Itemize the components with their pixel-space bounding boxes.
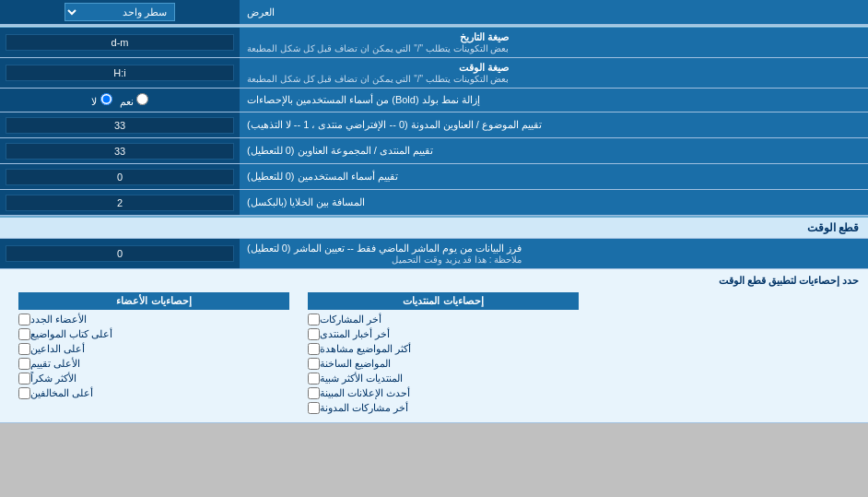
users-row: تقييم أسماء المستخدمين (0 للتعطيل) <box>0 164 868 190</box>
stats-grid: إحصاءيات المنتديات أخر المشاركات أخر أخب… <box>9 292 859 417</box>
stats-empty-col <box>588 292 859 417</box>
stats-item-6: أحدث الإعلانات المبينة <box>308 387 579 399</box>
forum-label-text: تقييم المنتدى / المجموعة العناوين (0 للت… <box>247 145 433 157</box>
stats-member-check-6[interactable] <box>18 387 30 399</box>
stats-item-3: أكثر المواضيع مشاهدة <box>308 343 579 355</box>
stats-member-check-1[interactable] <box>18 314 30 325</box>
bold-yes-radio[interactable] <box>136 93 148 105</box>
stats-forum-col: إحصاءيات المنتديات أخر المشاركات أخر أخب… <box>299 292 588 417</box>
topics-label-text: تقييم الموضوع / العناوين المدونة (0 -- ا… <box>247 119 542 131</box>
spacing-label: المسافة بين الخلايا (بالبكسل) <box>240 190 868 215</box>
stats-label-2: أخر أخبار المنتدى <box>320 328 390 340</box>
stats-member-label-2: أعلى كتاب المواضيع <box>30 328 112 340</box>
cut-label-line2: ملاحظة : هذا قد يزيد وقت التحميل <box>247 254 522 265</box>
stats-member-item-2: أعلى كتاب المواضيع <box>18 328 289 340</box>
date-format-label-line2: بعض التكوينات يتطلب "/" التي يمكن ان تضا… <box>247 43 509 53</box>
bold-label: إزالة نمط بولد (Bold) من أسماء المستخدمي… <box>240 89 868 112</box>
date-format-input[interactable]: d-m <box>6 34 234 51</box>
forum-row: تقييم المنتدى / المجموعة العناوين (0 للت… <box>0 138 868 164</box>
bold-yes-label: نعم <box>120 93 148 108</box>
stats-member-check-3[interactable] <box>18 343 30 355</box>
date-format-row: صيغة التاريخ بعض التكوينات يتطلب "/" الت… <box>0 28 868 58</box>
spacing-label-text: المسافة بين الخلايا (بالبكسل) <box>247 196 366 208</box>
stats-member-label-5: الأكثر شكراً <box>30 373 76 385</box>
forum-input-area <box>0 138 240 163</box>
display-mode-row: العرض سطر واحد سطرين ثلاثة أسطر <box>0 0 868 25</box>
stats-member-item-5: الأكثر شكراً <box>18 373 289 385</box>
stats-member-item-1: الأعضاء الجدد <box>18 314 289 325</box>
stats-check-2[interactable] <box>308 328 320 340</box>
stats-item-5: المنتديات الأكثر شبية <box>308 373 579 385</box>
stats-check-1[interactable] <box>308 314 320 325</box>
stats-members-col-title: إحصاءيات الأعضاء <box>18 292 289 310</box>
cut-input[interactable] <box>6 245 234 262</box>
stats-member-item-6: أعلى المخالفين <box>18 387 289 399</box>
stats-member-item-4: الأعلى تقييم <box>18 358 289 370</box>
stats-member-label-3: أعلى الداعين <box>30 343 85 355</box>
stats-label-5: المنتديات الأكثر شبية <box>320 373 403 385</box>
users-input-area <box>0 164 240 189</box>
cut-time-title: قطع الوقت <box>807 221 859 234</box>
bold-yes-text: نعم <box>120 96 134 107</box>
stats-label-7: أخر مشاركات المدونة <box>320 402 408 414</box>
date-format-label: صيغة التاريخ بعض التكوينات يتطلب "/" الت… <box>240 28 868 57</box>
stats-check-7[interactable] <box>308 402 320 414</box>
stats-item-1: أخر المشاركات <box>308 314 579 325</box>
display-mode-select[interactable]: سطر واحد سطرين ثلاثة أسطر <box>65 3 175 21</box>
spacing-row: المسافة بين الخلايا (بالبكسل) <box>0 190 868 216</box>
topics-row: تقييم الموضوع / العناوين المدونة (0 -- ا… <box>0 112 868 138</box>
cut-label-line1: فرز البيانات من يوم الماشر الماضي فقط --… <box>247 243 522 254</box>
time-format-label-line2: بعض التكوينات يتطلب "/" التي يمكن ان تضا… <box>247 74 509 84</box>
spacing-input-area <box>0 190 240 215</box>
stats-label-6: أحدث الإعلانات المبينة <box>320 387 410 399</box>
time-format-row: صيغة الوقت بعض التكوينات يتطلب "/" التي … <box>0 58 868 89</box>
spacing-input[interactable] <box>6 195 234 211</box>
stats-header-text: حدد إحصاءيات لتطبيق قطع الوقت <box>719 275 859 286</box>
stats-member-item-3: أعلى الداعين <box>18 343 289 355</box>
stats-section-header: حدد إحصاءيات لتطبيق قطع الوقت <box>9 275 859 287</box>
users-label-text: تقييم أسماء المستخدمين (0 للتعطيل) <box>247 171 398 183</box>
topics-input-area <box>0 112 240 137</box>
stats-item-2: أخر أخبار المنتدى <box>308 328 579 340</box>
forum-col-title-text: إحصاءيات المنتديات <box>403 295 483 306</box>
stats-member-check-2[interactable] <box>18 328 30 340</box>
bold-label-text: إزالة نمط بولد (Bold) من أسماء المستخدمي… <box>247 94 480 106</box>
users-label: تقييم أسماء المستخدمين (0 للتعطيل) <box>240 164 868 189</box>
stats-check-3[interactable] <box>308 343 320 355</box>
bold-no-radio[interactable] <box>100 93 112 105</box>
forum-label: تقييم المنتدى / المجموعة العناوين (0 للت… <box>240 138 868 163</box>
bold-row: إزالة نمط بولد (Bold) من أسماء المستخدمي… <box>0 89 868 112</box>
stats-check-5[interactable] <box>308 373 320 385</box>
stats-section: حدد إحصاءيات لتطبيق قطع الوقت إحصاءيات ا… <box>0 269 868 423</box>
stats-check-4[interactable] <box>308 358 320 370</box>
time-format-label: صيغة الوقت بعض التكوينات يتطلب "/" التي … <box>240 58 868 88</box>
stats-forum-col-title: إحصاءيات المنتديات <box>308 292 579 310</box>
stats-member-check-5[interactable] <box>18 373 30 385</box>
bold-no-label: لا <box>91 93 111 108</box>
stats-label-4: المواضيع الساخنة <box>320 358 391 370</box>
display-mode-text: العرض <box>247 6 275 18</box>
forum-input[interactable] <box>6 143 234 160</box>
stats-member-label-6: أعلى المخالفين <box>30 387 93 399</box>
cut-label: فرز البيانات من يوم الماشر الماضي فقط --… <box>240 239 868 268</box>
time-format-input-area: H:i <box>0 58 240 88</box>
stats-member-check-4[interactable] <box>18 358 30 370</box>
cut-input-area <box>0 239 240 268</box>
display-mode-input-area: سطر واحد سطرين ثلاثة أسطر <box>0 0 240 24</box>
topics-input[interactable] <box>6 117 234 134</box>
members-col-title-text: إحصاءيات الأعضاء <box>116 295 191 306</box>
cut-row: فرز البيانات من يوم الماشر الماضي فقط --… <box>0 239 868 269</box>
users-input[interactable] <box>6 169 234 185</box>
stats-check-6[interactable] <box>308 387 320 399</box>
stats-item-7: أخر مشاركات المدونة <box>308 402 579 414</box>
topics-label: تقييم الموضوع / العناوين المدونة (0 -- ا… <box>240 112 868 137</box>
stats-item-4: المواضيع الساخنة <box>308 358 579 370</box>
stats-label-1: أخر المشاركات <box>320 314 381 325</box>
bold-no-text: لا <box>91 96 97 107</box>
time-format-input[interactable]: H:i <box>6 65 234 81</box>
date-format-label-line1: صيغة التاريخ <box>247 31 509 43</box>
cut-time-section-header: قطع الوقت <box>0 216 868 239</box>
stats-member-label-4: الأعلى تقييم <box>30 358 80 370</box>
date-format-input-area: d-m <box>0 28 240 57</box>
time-format-label-line1: صيغة الوقت <box>247 62 509 74</box>
